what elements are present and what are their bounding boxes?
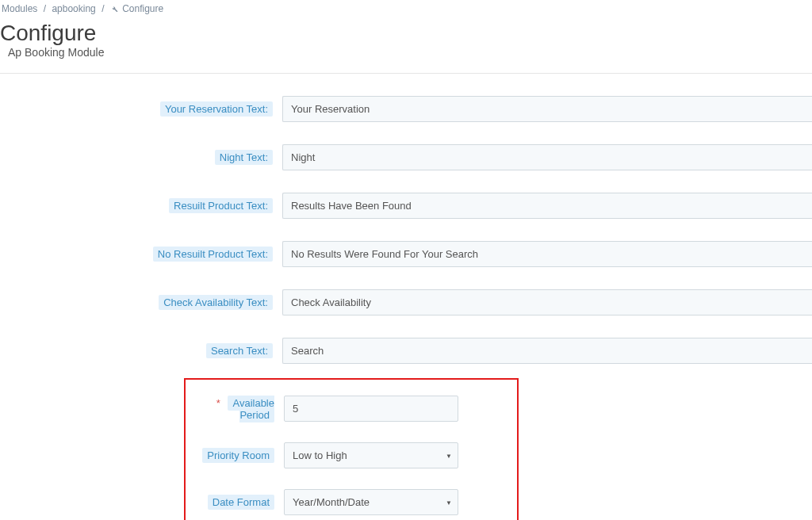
select-priority-room[interactable]: Low to High: [284, 442, 458, 468]
select-date-format[interactable]: Year/Month/Date: [284, 489, 458, 515]
input-check-availability-text[interactable]: [282, 289, 812, 315]
label-text: Date Format: [208, 495, 274, 510]
breadcrumb-sep: /: [102, 3, 104, 14]
row-no-result-product-text: No Resuilt Product Text:: [0, 241, 812, 267]
row-available-period: * Available Period: [197, 396, 506, 422]
label-text: Resuilt Product Text:: [169, 198, 273, 213]
breadcrumb-sep: /: [44, 3, 46, 14]
label-reservation-text: Your Reservation Text:: [0, 103, 282, 115]
label-text: Available Period: [228, 396, 274, 422]
input-search-text[interactable]: [282, 338, 812, 364]
breadcrumb-configure: Configure: [122, 3, 163, 14]
divider: [0, 73, 812, 74]
breadcrumb: Modules / apbooking / Configure: [0, 0, 812, 19]
label-available-period: * Available Period: [197, 397, 284, 421]
input-result-product-text[interactable]: [282, 193, 812, 219]
label-no-result-product-text: No Resuilt Product Text:: [0, 248, 282, 260]
label-search-text: Search Text:: [0, 345, 282, 357]
row-check-availability-text: Check Availability Text:: [0, 289, 812, 315]
label-result-product-text: Resuilt Product Text:: [0, 200, 282, 212]
input-reservation-text[interactable]: [282, 96, 812, 122]
label-priority-room: Priority Room: [197, 449, 284, 461]
configure-form: Your Reservation Text: Night Text: Resui…: [0, 96, 812, 520]
label-text: No Resuilt Product Text:: [153, 247, 273, 262]
highlight-box: * Available Period Priority Room Low to …: [184, 378, 519, 520]
input-no-result-product-text[interactable]: [282, 241, 812, 267]
wrench-icon: [110, 5, 118, 13]
row-reservation-text: Your Reservation Text:: [0, 96, 812, 122]
breadcrumb-modules[interactable]: Modules: [2, 3, 37, 14]
page-header: Configure Ap Booking Module: [0, 19, 812, 68]
label-night-text: Night Text:: [0, 151, 282, 163]
label-text: Priority Room: [202, 448, 274, 463]
row-result-product-text: Resuilt Product Text:: [0, 193, 812, 219]
label-text: Night Text:: [215, 150, 273, 165]
label-date-format: Date Format: [197, 496, 284, 508]
page-title: Configure: [0, 21, 812, 46]
label-text: Search Text:: [206, 343, 273, 358]
row-date-format: Date Format Year/Month/Date: [197, 489, 506, 515]
required-mark: *: [216, 397, 220, 409]
select-priority-room-wrap: Low to High: [284, 442, 458, 468]
row-night-text: Night Text:: [0, 144, 812, 170]
label-text: Your Reservation Text:: [160, 101, 273, 117]
label-text: Check Availability Text:: [159, 295, 273, 310]
page-subtitle: Ap Booking Module: [8, 46, 812, 59]
input-available-period[interactable]: [284, 396, 458, 422]
row-priority-room: Priority Room Low to High: [197, 442, 506, 468]
input-night-text[interactable]: [282, 144, 812, 170]
breadcrumb-apbooking[interactable]: apbooking: [52, 3, 95, 14]
label-check-availability-text: Check Availability Text:: [0, 296, 282, 308]
select-date-format-wrap: Year/Month/Date: [284, 489, 458, 515]
row-search-text: Search Text:: [0, 338, 812, 364]
